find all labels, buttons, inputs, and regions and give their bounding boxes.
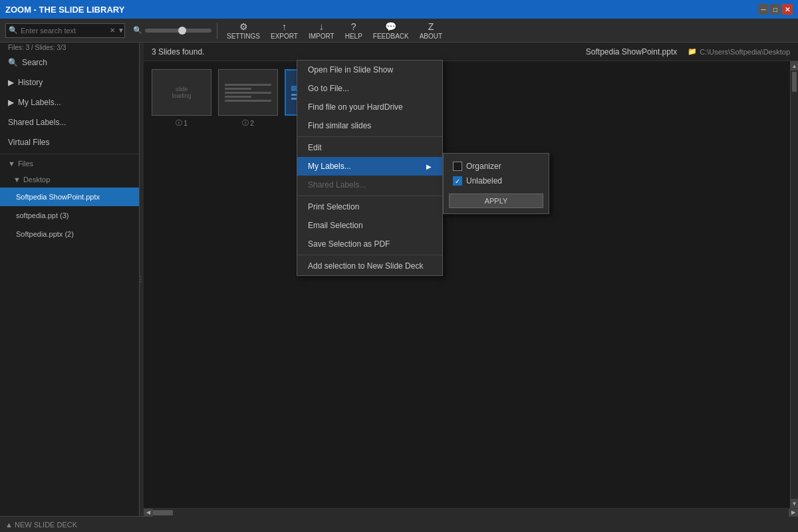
slide-2-num: ⓘ2 — [242, 118, 254, 128]
export-button[interactable]: ↑ EXPORT — [267, 20, 302, 41]
import-label: IMPORT — [309, 33, 334, 40]
new-slide-deck-label: ▲ NEW SLIDE DECK — [5, 521, 77, 529]
desktop-section-header[interactable]: ▼ Desktop — [0, 172, 139, 188]
ctx-print[interactable]: Print Selection — [297, 198, 442, 216]
right-scrollbar[interactable]: ▲ ▼ — [790, 61, 798, 508]
ctx-shared-labels: Shared Labels... — [297, 176, 442, 194]
search-sidebar-icon: 🔍 — [8, 58, 18, 67]
help-button[interactable]: ? HELP — [341, 20, 366, 41]
about-button[interactable]: Z ABOUT — [416, 20, 446, 41]
h-scroll-thumb[interactable] — [153, 510, 173, 515]
zoom-thumb[interactable] — [178, 27, 186, 35]
search-label: Search — [22, 58, 47, 67]
ctx-open-file[interactable]: Open File in Slide Show — [297, 61, 442, 79]
folder-icon: 📁 — [688, 47, 697, 56]
line3 — [225, 92, 271, 94]
ctx-sep-1 — [297, 136, 442, 137]
scroll-thumb[interactable] — [792, 72, 797, 92]
line5 — [225, 100, 271, 102]
ctx-add-slide-deck-label: Add selection to New Slide Deck — [308, 261, 423, 271]
feedback-icon: 💬 — [385, 21, 396, 32]
submenu-item-unlabeled[interactable]: ✓ Unlabeled — [449, 174, 543, 188]
organizer-checkbox[interactable] — [453, 162, 462, 171]
sidebar-item-search[interactable]: 🔍 Search — [0, 53, 139, 72]
files-label: Files — [18, 160, 33, 168]
ctx-my-labels-arrow: ▶ — [426, 163, 432, 170]
zoom-bar[interactable]: 🔍 — [133, 26, 211, 35]
ctx-find-harddrive[interactable]: Find file on your HardDrive — [297, 98, 442, 116]
export-label: EXPORT — [271, 33, 298, 40]
import-button[interactable]: ↓ IMPORT — [305, 20, 338, 41]
import-icon: ↓ — [319, 21, 324, 32]
ctx-email[interactable]: Email Selection — [297, 216, 442, 235]
search-options-icon[interactable]: ▼ — [118, 27, 124, 34]
sidebar-item-my-labels[interactable]: ▶ My Labels... — [0, 92, 139, 112]
slide-count: 3 Slides found. — [152, 47, 204, 57]
sidebar-item-file-3[interactable]: Softpedia.pptx (2) — [0, 225, 139, 243]
app-title: ZOOM - THE SLIDE LIBRARY — [5, 5, 124, 15]
sidebar: Files: 3 / Slides: 3/3 🔍 Search ▶ Histor… — [0, 43, 140, 516]
slide-1[interactable]: slideloading ⓘ1 — [152, 69, 211, 128]
help-label: HELP — [345, 33, 362, 40]
ctx-find-similar[interactable]: Find similar slides — [297, 116, 442, 135]
feedback-label: FEEDBACK — [373, 33, 409, 40]
ctx-edit-label: Edit — [308, 143, 322, 152]
bottom-bar: ▲ NEW SLIDE DECK — [0, 516, 798, 532]
ctx-edit[interactable]: Edit — [297, 138, 442, 157]
toolbar-separator — [217, 23, 217, 39]
file-count: Files: 3 / Slides: 3/3 — [0, 43, 139, 53]
ctx-save-pdf[interactable]: Save Selection as PDF — [297, 235, 442, 253]
close-button[interactable]: ✕ — [782, 4, 793, 15]
sidebar-item-file-1[interactable]: Softpedia ShowPoint.pptx — [0, 188, 139, 206]
maximize-button[interactable]: □ — [770, 4, 781, 15]
feedback-button[interactable]: 💬 FEEDBACK — [369, 20, 413, 41]
search-icon: 🔍 — [9, 26, 18, 35]
scroll-down-arrow[interactable]: ▼ — [791, 499, 798, 508]
expand-files-icon: ▼ — [8, 160, 15, 168]
scroll-track[interactable] — [791, 70, 798, 499]
bottom-scroll[interactable]: ◀ ▶ — [144, 508, 798, 516]
sidebar-item-file-2[interactable]: softpedia.ppt (3) — [0, 206, 139, 225]
ctx-add-slide-deck[interactable]: Add selection to New Slide Deck — [297, 257, 442, 275]
h-scroll-track[interactable] — [153, 509, 789, 517]
help-icon: ? — [351, 21, 356, 32]
apply-button[interactable]: APPLY — [449, 194, 543, 208]
zoom-icon: 🔍 — [133, 26, 142, 35]
clear-search-icon[interactable]: ✕ — [110, 27, 115, 34]
ctx-shared-labels-label: Shared Labels... — [308, 180, 366, 190]
ctx-open-file-label: Open File in Slide Show — [308, 65, 393, 74]
slide-2[interactable]: ⓘ2 — [218, 69, 278, 128]
sidebar-item-shared-labels[interactable]: Shared Labels... — [0, 112, 139, 132]
slide-1-num: ⓘ1 — [176, 118, 188, 128]
unlabeled-checkbox[interactable]: ✓ — [453, 176, 462, 186]
sidebar-item-virtual-files[interactable]: Virtual Files — [0, 132, 139, 152]
files-section-header: ▼ Files — [0, 156, 139, 172]
line2 — [225, 88, 251, 90]
scroll-left-arrow[interactable]: ◀ — [144, 509, 153, 517]
ctx-go-to-file[interactable]: Go to File... — [297, 79, 442, 98]
minimize-button[interactable]: ─ — [758, 4, 769, 15]
ctx-my-labels[interactable]: My Labels... ▶ — [297, 157, 442, 176]
zoom-slider[interactable] — [145, 29, 211, 33]
ctx-email-label: Email Selection — [308, 221, 363, 230]
unlabeled-label: Unlabeled — [466, 176, 502, 186]
expand-history-icon: ▶ — [8, 78, 14, 87]
search-input[interactable] — [21, 27, 107, 35]
slide-1-img: slideloading — [152, 69, 211, 116]
search-box[interactable]: 🔍 ✕ ▼ — [5, 23, 125, 38]
settings-button[interactable]: ⚙ SETTINGS — [223, 20, 264, 41]
sidebar-item-history[interactable]: ▶ History — [0, 72, 139, 92]
new-slide-deck[interactable]: ▲ NEW SLIDE DECK — [5, 521, 77, 529]
scroll-up-arrow[interactable]: ▲ — [791, 61, 798, 70]
slide-2-img — [218, 69, 278, 116]
settings-icon: ⚙ — [239, 21, 248, 32]
ctx-sep-2 — [297, 196, 442, 196]
submenu-item-organizer[interactable]: Organizer — [449, 159, 543, 174]
slide-2-content — [225, 82, 271, 104]
history-label: History — [18, 78, 43, 87]
about-icon: Z — [428, 21, 434, 32]
scroll-right-arrow[interactable]: ▶ — [789, 509, 798, 517]
slides-area: slideloading ⓘ1 — [144, 61, 790, 508]
ctx-go-to-file-label: Go to File... — [308, 84, 349, 93]
line4 — [225, 96, 251, 98]
